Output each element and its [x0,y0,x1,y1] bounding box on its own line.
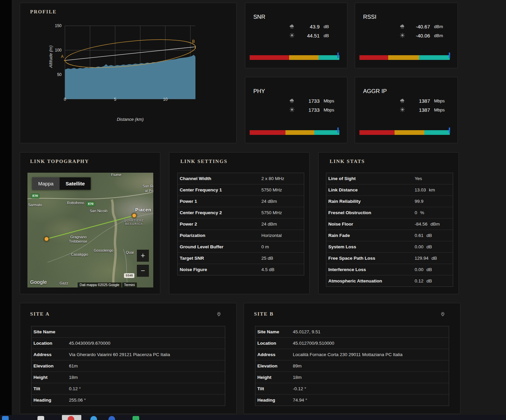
gauge-panel-phy: PHY1733Mbps1733Mbps [245,77,347,143]
table-row: Center Frequency 15750 MHz [178,184,304,196]
map-label: BESURICA [125,222,143,226]
svg-text:5: 5 [114,97,116,102]
row-label: Power 2 [180,222,261,227]
table-row: Atmospheric Attenuation0.12dB [326,275,453,286]
row-label: Site Name [257,329,293,334]
row-label: Height [33,375,69,380]
table-row: Link Distance13.03km [326,184,453,196]
map-label: San Ro [143,184,153,188]
site-map-marker[interactable] [44,237,49,242]
app-icon-green[interactable] [133,416,139,420]
row-label: Elevation [33,363,69,368]
svg-text:A: A [61,54,64,59]
row-label: Channel Width [180,176,261,181]
panel-title: LINK SETTINGS [180,159,228,164]
location-pin-icon[interactable] [216,311,222,318]
row-label: Tilt [257,386,293,391]
zoom-out-button[interactable]: − [137,265,149,277]
sun-icon [399,32,406,39]
row-value: -0.12 ° [293,386,306,391]
table-row: Height18m [255,372,449,383]
row-value: 18m [69,375,78,380]
gauge-reading-row: -40.67dBm [399,23,447,30]
gauge-segment-amber [388,55,419,60]
profile-panel: PROFILE AB051050100150Distance (km)Altit… [20,3,237,143]
gauge-bar [359,55,450,60]
windows-taskbar[interactable] [0,415,506,420]
map-canvas[interactable]: FiumeSan Roal PoSarmatoRottofrenoSan Nic… [27,173,153,287]
gauge-reading-row: 44.51dB [289,32,337,39]
row-label: Free Space Path Loss [328,256,415,261]
row-value: 45.043000/9.670000 [69,341,110,346]
gauge-title: SNR [253,14,265,20]
row-label: Location [33,341,69,346]
row-value: Yes [415,176,422,181]
panel-title: SITE A [30,311,50,317]
gauge-title: PHY [253,88,265,95]
map-attribution-bar: Dati mappa ©2025 Google Termini [78,282,137,287]
gauge-unit: Mbps [434,107,447,112]
route-badge: E70 [31,193,39,198]
windows-start-icon[interactable] [2,416,9,420]
gauge-segment-red [359,55,388,60]
row-value: Località Fornace Corta 230 29011 Mottazi… [293,352,403,357]
row-value: 24 dBm [261,199,277,204]
gauge-value: 44.51 [300,33,320,38]
map-label: Quar [126,250,134,254]
map-label: QUARTIERE [124,219,144,222]
app-icon-blue-1[interactable] [90,416,97,420]
app-icon-blue-2[interactable] [108,416,115,420]
gauge-unit: dBm [434,33,447,38]
gauge-segment-amber [395,130,424,135]
panel-title: SITE B [254,311,274,317]
row-label: Tilt [33,386,69,391]
map-label: Sarmato [28,203,42,207]
row-label: Power 1 [180,199,261,204]
svg-text:100: 100 [55,48,62,53]
map-label: Gazz [60,281,68,285]
table-row: System Loss0.00dB [326,241,453,253]
google-logo[interactable]: Google [30,279,47,285]
table-row: Heading74.94 ° [255,395,449,406]
map-terms-link[interactable]: Termini [122,282,137,287]
table-row: Height18m [31,372,225,383]
gauge-unit: dB [324,24,337,29]
gauge-segment-teal [314,130,339,135]
location-pin-icon[interactable] [440,311,445,318]
table-row: Site Name [31,326,225,338]
row-value: 5750 MHz [261,187,282,192]
site-a-table: Site NameLocation45.043000/9.670000Addre… [31,326,225,406]
map-overlay [27,173,153,287]
table-row: Channel Width2 x 80 MHz [178,173,304,184]
gauge-segment-amber [289,55,319,60]
zoom-in-button[interactable]: + [137,250,149,262]
sun-icon [289,106,296,113]
table-row: Line of SightYes [326,173,453,184]
row-value: 5750 MHz [261,210,282,215]
row-value: 0.12 [415,278,423,283]
map-view-button[interactable]: Mappa [32,177,60,190]
row-value: 255.06 ° [69,398,86,403]
row-value: 0 m [261,244,269,249]
table-row: Noise Figure4.5 dB [178,264,304,275]
route-badge: SS45 [124,273,135,278]
satellite-view-button[interactable]: Satellite [60,177,91,190]
link-topography-panel: LINK TOPOGRAPHY FiumeSan Roal PoSarmatoR… [20,152,160,294]
site-map-marker[interactable] [132,213,137,218]
svg-text:10: 10 [163,97,168,102]
map-label: Gragnano [70,235,87,239]
row-label: Noise Figure [180,267,261,272]
gauge-target-marker [337,128,339,133]
row-label: System Loss [328,244,415,249]
table-row: Center Frequency 25750 MHz [178,207,304,219]
gauge-unit: Mbps [324,98,337,103]
row-label: Height [257,375,293,380]
table-row: Noise Floor-84.56dBm [326,219,453,230]
rain-icon [289,97,296,104]
app-icon-light[interactable] [37,416,44,420]
map-label: San Nicolò [90,209,107,213]
row-unit: km [429,187,435,192]
gauge-segment-teal [424,130,450,135]
gauge-unit: dB [324,33,337,38]
sun-icon [399,106,406,113]
